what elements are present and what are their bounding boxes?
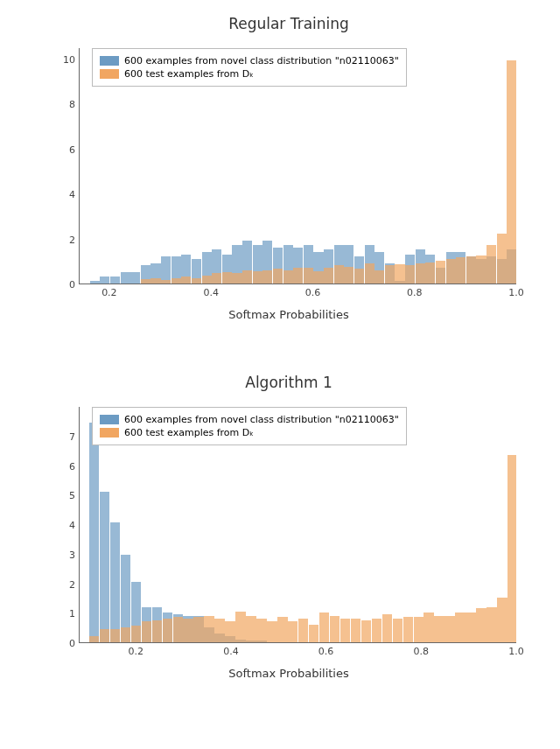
legend-label: 600 test examples from Dₖ — [124, 68, 254, 80]
histogram-bar — [121, 627, 130, 642]
histogram-bar — [173, 617, 183, 642]
histogram-bar — [293, 268, 303, 284]
x-axis-label: Softmax Probabilities — [52, 667, 525, 680]
histogram-bar — [313, 271, 323, 284]
y-tick: 3 — [58, 549, 75, 560]
histogram-bar — [466, 612, 475, 642]
histogram-bar — [150, 278, 160, 284]
legend-entry: 600 examples from novel class distributi… — [100, 414, 399, 425]
legend-label: 600 examples from novel class distributi… — [124, 55, 399, 66]
histogram-bar — [253, 271, 262, 284]
histogram-bar — [476, 256, 486, 284]
legend-top: 600 examples from novel class distributi… — [92, 48, 407, 87]
y-tick: 0 — [58, 638, 75, 649]
histogram-bar — [246, 616, 256, 642]
y-tick: 6 — [58, 460, 75, 472]
chart-regular-training: Regular Training Normalized Height 600 e… — [52, 39, 525, 319]
histogram-bar — [110, 629, 120, 642]
histogram-bar — [193, 617, 203, 642]
histogram-bar — [235, 612, 245, 642]
legend-swatch-icon — [100, 415, 119, 424]
histogram-bar — [298, 619, 308, 642]
legend-entry: 600 test examples from Dₖ — [100, 68, 399, 80]
histogram-bar — [497, 598, 507, 642]
histogram-bar — [304, 268, 313, 284]
histogram-bar — [444, 616, 454, 642]
histogram-bar — [382, 614, 392, 642]
legend-label: 600 test examples from Dₖ — [124, 427, 254, 438]
histogram-bar — [225, 621, 234, 642]
y-tick: 2 — [58, 234, 75, 245]
histogram-bar — [100, 276, 109, 284]
x-tick: 0.2 — [102, 287, 117, 298]
histogram-bar — [202, 276, 212, 284]
histogram-bar — [393, 619, 402, 642]
histogram-bar — [89, 636, 99, 642]
y-tick: 5 — [58, 490, 75, 501]
legend-swatch-icon — [100, 428, 119, 438]
histogram-bar — [340, 619, 350, 642]
histogram-bar — [273, 269, 283, 284]
histogram-bar — [141, 279, 150, 284]
figure: Regular Training Normalized Height 600 e… — [0, 0, 560, 749]
histogram-bar — [414, 617, 424, 642]
histogram-bar — [416, 263, 425, 284]
x-tick: 0.6 — [318, 646, 334, 657]
histogram-bar — [354, 269, 364, 284]
y-tick: 4 — [58, 189, 75, 200]
histogram-bar — [344, 267, 354, 284]
histogram-bar — [161, 280, 171, 284]
histogram-bar — [110, 276, 120, 284]
legend-swatch-icon — [100, 56, 119, 66]
histogram-bar — [403, 617, 413, 642]
histogram-bar — [130, 272, 140, 284]
histogram-bar — [89, 423, 99, 642]
histogram-bar — [486, 607, 496, 643]
x-tick: 0.8 — [407, 287, 423, 298]
histogram-bar — [131, 626, 141, 642]
histogram-bar — [425, 262, 435, 284]
legend-bottom: 600 examples from novel class distributi… — [92, 407, 407, 445]
histogram-bar — [262, 270, 272, 284]
histogram-bar — [319, 612, 329, 642]
histogram-bar — [152, 620, 162, 642]
histogram-bar — [434, 616, 444, 642]
histogram-bar — [324, 268, 333, 284]
histogram-bar — [212, 273, 221, 284]
histogram-bar — [334, 265, 344, 284]
histogram-bar — [361, 620, 371, 642]
histogram-bar — [405, 265, 415, 284]
y-tick: 8 — [58, 99, 75, 110]
histogram-bar — [90, 281, 100, 284]
histogram-bar — [284, 270, 293, 284]
histogram-bar — [267, 621, 276, 642]
histogram-bar — [100, 492, 109, 642]
y-tick: 1 — [58, 608, 75, 620]
histogram-bar — [351, 619, 360, 642]
legend-entry: 600 test examples from Dₖ — [100, 427, 399, 438]
histogram-bar — [163, 619, 172, 642]
x-tick: 0.2 — [128, 646, 144, 657]
x-tick: 0.8 — [414, 646, 430, 657]
histogram-bar — [446, 259, 456, 284]
histogram-bar — [365, 263, 374, 284]
histogram-bar — [309, 625, 318, 642]
histogram-bar — [204, 616, 214, 642]
legend-swatch-icon — [100, 69, 119, 79]
histogram-bar — [256, 619, 266, 642]
histogram-bar — [192, 278, 201, 284]
histogram-bar — [436, 261, 445, 284]
histogram-bar — [372, 619, 382, 642]
x-tick: 0.4 — [223, 646, 239, 657]
legend-label: 600 examples from novel class distributi… — [124, 414, 399, 425]
histogram-bar — [121, 272, 130, 284]
legend-entry: 600 examples from novel class distributi… — [100, 55, 399, 66]
y-tick: 10 — [58, 53, 75, 65]
histogram-bar — [242, 270, 252, 284]
y-tick: 4 — [58, 520, 75, 531]
histogram-bar — [214, 619, 224, 642]
histogram-bar — [110, 522, 120, 642]
histogram-bar — [142, 621, 151, 642]
y-tick: 6 — [58, 144, 75, 155]
histogram-bar — [232, 273, 242, 284]
